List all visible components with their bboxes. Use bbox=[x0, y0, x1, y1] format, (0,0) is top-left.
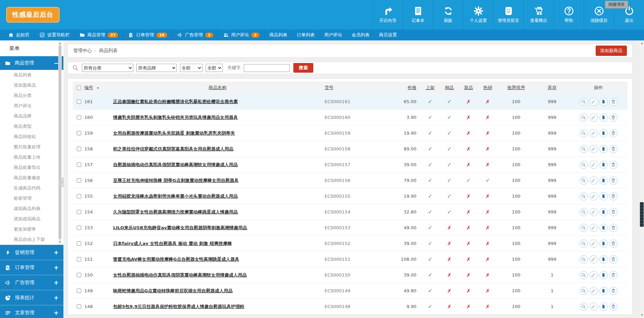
product-sort[interactable]: 100 bbox=[497, 272, 535, 278]
copy-button[interactable] bbox=[599, 98, 608, 106]
nav-orders[interactable]: 订单管理10 bbox=[123, 29, 172, 40]
expand-plus-icon[interactable]: + bbox=[54, 309, 59, 316]
view-button[interactable] bbox=[580, 240, 588, 248]
flag-yes-icon[interactable]: ✓ bbox=[428, 161, 432, 168]
flag-yes-icon[interactable]: ✓ bbox=[428, 209, 432, 215]
delete-button[interactable] bbox=[609, 129, 618, 137]
product-price[interactable]: 108.00 bbox=[383, 257, 421, 262]
delete-button[interactable] bbox=[609, 255, 618, 264]
sidebar-section-goods[interactable]: 商品管理 − bbox=[0, 56, 63, 70]
nav-goods[interactable]: 商品管理27 bbox=[75, 29, 123, 40]
flag-no-icon[interactable]: ✗ bbox=[466, 146, 471, 152]
copy-button[interactable] bbox=[599, 145, 608, 153]
row-checkbox[interactable] bbox=[77, 225, 81, 230]
product-price[interactable]: 39.00 bbox=[383, 272, 421, 278]
delete-button[interactable] bbox=[609, 113, 618, 122]
page-scrollbar[interactable] bbox=[640, 40, 644, 318]
sidebar-section-reports[interactable]: 报表统计+ bbox=[0, 290, 63, 305]
copy-button[interactable] bbox=[599, 192, 608, 200]
select-all-checkbox[interactable] bbox=[77, 86, 81, 90]
flag-no-icon[interactable]: ✗ bbox=[466, 162, 471, 168]
flag-yes-icon[interactable]: ✓ bbox=[447, 177, 451, 184]
row-checkbox[interactable] bbox=[77, 273, 81, 277]
flag-yes-icon[interactable]: ✓ bbox=[428, 98, 432, 105]
edit-button[interactable] bbox=[590, 145, 598, 153]
product-sort[interactable]: 100 bbox=[497, 178, 535, 183]
product-sort[interactable]: 100 bbox=[497, 225, 535, 230]
sidebar-item-0[interactable]: 商品列表 bbox=[0, 70, 63, 80]
status-select-2[interactable]: 全部 bbox=[206, 64, 223, 72]
header-on-sale[interactable]: 上架 bbox=[426, 85, 435, 90]
delete-button[interactable] bbox=[609, 145, 618, 153]
sidebar-item-3[interactable]: 用户评论 bbox=[0, 101, 63, 111]
topbar-notepad-button[interactable]: 记事本 bbox=[403, 0, 433, 29]
copy-button[interactable] bbox=[599, 208, 608, 216]
flag-yes-icon[interactable]: ✓ bbox=[428, 303, 432, 310]
edit-button[interactable] bbox=[590, 271, 598, 279]
product-name-link[interactable]: 日本fairy成人av 女性自慰器具 振动 震动 刺激 暗爽按摩棒 bbox=[113, 241, 232, 246]
product-sort[interactable]: 100 bbox=[497, 241, 535, 246]
view-button[interactable] bbox=[580, 98, 588, 106]
topbar-view-shop-button[interactable]: 查看网店 bbox=[523, 0, 554, 29]
product-sort[interactable]: 100 bbox=[497, 304, 535, 309]
delete-button[interactable] bbox=[609, 98, 618, 106]
nav-home[interactable]: 起始页 bbox=[3, 29, 35, 40]
flag-no-icon[interactable]: ✗ bbox=[486, 99, 490, 105]
edit-button[interactable] bbox=[590, 224, 598, 232]
copy-button[interactable] bbox=[599, 240, 608, 248]
flag-no-icon[interactable]: ✗ bbox=[486, 193, 490, 199]
add-product-button[interactable]: 添加新商品 bbox=[596, 46, 627, 56]
nav-order-list[interactable]: 订单列表 bbox=[292, 29, 319, 40]
copy-button[interactable] bbox=[599, 271, 608, 279]
flag-yes-icon[interactable]: ✓ bbox=[428, 114, 432, 121]
product-name-link[interactable]: 女性自慰器抽插电动仿真阳具假阴茎震动棒高潮软女用情趣成人用品 bbox=[113, 272, 247, 278]
flag-yes-icon[interactable]: ✓ bbox=[485, 177, 490, 184]
flag-no-icon[interactable]: ✗ bbox=[486, 256, 490, 262]
flag-no-icon[interactable]: ✗ bbox=[447, 304, 452, 310]
edit-button[interactable] bbox=[590, 161, 598, 169]
flag-no-icon[interactable]: ✗ bbox=[486, 225, 490, 231]
product-sort[interactable]: 100 bbox=[497, 146, 535, 151]
flag-yes-icon[interactable]: ✓ bbox=[428, 146, 432, 152]
search-button[interactable]: 搜索 bbox=[293, 63, 313, 73]
copy-button[interactable] bbox=[599, 113, 608, 122]
product-sort[interactable]: 100 bbox=[497, 115, 535, 120]
header-hot[interactable]: 热销 bbox=[483, 85, 492, 90]
row-checkbox[interactable] bbox=[77, 131, 81, 135]
flag-no-icon[interactable]: ✗ bbox=[466, 209, 471, 215]
category-select[interactable]: 所有分类 bbox=[82, 64, 133, 72]
copy-button[interactable] bbox=[599, 161, 608, 169]
expand-plus-icon[interactable]: + bbox=[54, 264, 59, 271]
product-price[interactable]: 3.90 bbox=[383, 115, 421, 120]
sidebar-item-11[interactable]: 生成商品代码 bbox=[0, 183, 63, 193]
expand-plus-icon[interactable]: + bbox=[54, 249, 59, 256]
product-name-link[interactable]: 正品泰国嫩红素私处美白粉嫩嘴唇淡化乳晕私密处樱花去黑色素 bbox=[113, 99, 238, 104]
sidebar-item-8[interactable]: 商品批量上传 bbox=[0, 152, 63, 162]
flag-no-icon[interactable]: ✗ bbox=[447, 225, 452, 231]
keyword-input[interactable] bbox=[244, 64, 290, 72]
nav-member-list[interactable]: 会员列表 bbox=[347, 29, 374, 40]
copy-button[interactable] bbox=[599, 176, 608, 185]
flag-yes-icon[interactable]: ✓ bbox=[428, 224, 432, 231]
row-checkbox[interactable] bbox=[77, 178, 81, 183]
delete-button[interactable] bbox=[609, 192, 618, 200]
site-logo[interactable]: 性感皇后后台 bbox=[6, 7, 60, 23]
copy-button[interactable] bbox=[599, 224, 608, 232]
product-price[interactable]: 9.90 bbox=[383, 304, 421, 309]
product-name-link[interactable]: 积之美拉拉伴侣穿戴式仿真阴茎逼真阳具女用自慰器成人用品 bbox=[113, 146, 233, 151]
sidebar-item-1[interactable]: 添加新商品 bbox=[0, 80, 63, 90]
view-button[interactable] bbox=[580, 129, 588, 137]
sidebar-section-promotion[interactable]: 促销管理+ bbox=[0, 245, 63, 260]
flag-no-icon[interactable]: ✗ bbox=[466, 288, 471, 294]
copy-button[interactable] bbox=[599, 303, 608, 311]
sidebar-item-4[interactable]: 商品品牌 bbox=[0, 111, 63, 121]
edit-button[interactable] bbox=[590, 208, 598, 216]
sidebar-scrollbar[interactable] bbox=[58, 40, 62, 245]
product-sort[interactable]: 100 bbox=[497, 288, 535, 293]
copy-button[interactable] bbox=[599, 129, 608, 137]
row-checkbox[interactable] bbox=[77, 210, 81, 214]
header-sku[interactable]: 货号 bbox=[325, 85, 333, 90]
row-checkbox[interactable] bbox=[77, 257, 81, 261]
sidebar-item-7[interactable]: 图片批量处理 bbox=[0, 142, 63, 152]
view-button[interactable] bbox=[580, 287, 588, 295]
